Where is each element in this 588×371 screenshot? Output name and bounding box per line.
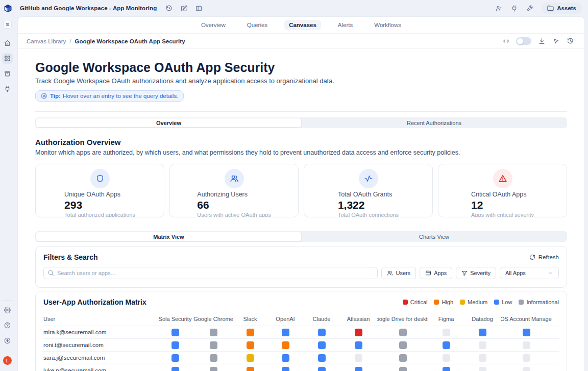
tools-wrench-icon[interactable]: [524, 3, 534, 13]
sidebar-item-home[interactable]: [2, 38, 13, 48]
sidebar-item-help[interactable]: [2, 320, 13, 331]
authorization-chip-low[interactable]: [443, 367, 450, 371]
authorization-chip-low[interactable]: [479, 329, 486, 336]
authorization-chip-low[interactable]: [172, 354, 179, 362]
authorization-chip-none[interactable]: [479, 367, 486, 371]
matrix-col-app[interactable]: Sola Security: [157, 316, 193, 322]
panel-layout-icon[interactable]: [193, 3, 204, 13]
sidebar-item-integrations[interactable]: [2, 84, 13, 94]
authorization-chip-info[interactable]: [399, 341, 407, 349]
tab-alerts[interactable]: Alerts: [333, 20, 357, 30]
workspace-badge[interactable]: S: [3, 20, 12, 29]
authorization-chip-none[interactable]: [443, 329, 450, 336]
tip-text: Hover over an entry to see the query det…: [63, 93, 178, 99]
authorization-chip-high[interactable]: [247, 329, 254, 336]
tab-queries[interactable]: Queries: [242, 20, 272, 30]
matrix-col-app[interactable]: Atlassian: [339, 316, 377, 322]
tab-workflows[interactable]: Workflows: [370, 20, 406, 30]
authorization-chip-critical[interactable]: [355, 329, 362, 336]
authorization-chip-low[interactable]: [443, 341, 450, 349]
version-history-icon[interactable]: [566, 37, 574, 45]
matrix-user-email[interactable]: roni.t@securemail.com: [43, 342, 157, 348]
tab-canvases[interactable]: Canvases: [284, 20, 321, 30]
authorization-chip-none[interactable]: [479, 354, 486, 362]
search-input[interactable]: [43, 267, 378, 279]
authorization-chip-none[interactable]: [443, 354, 450, 362]
toggle-matrix-view[interactable]: Matrix View: [36, 232, 302, 241]
authorization-chip-info[interactable]: [210, 367, 217, 371]
toggle-recent-authorizations[interactable]: Recent Authorizations: [302, 118, 567, 128]
matrix-col-app[interactable]: Google Drive for desktop: [377, 316, 428, 322]
assets-button[interactable]: Assets: [542, 3, 582, 14]
matrix-col-user[interactable]: User: [43, 316, 157, 322]
authorization-chip-low[interactable]: [172, 341, 179, 349]
authorization-chip-none[interactable]: [523, 354, 530, 362]
authorization-chip-low[interactable]: [355, 367, 362, 371]
matrix-cell: [339, 341, 377, 349]
authorization-chip-medium[interactable]: [247, 354, 254, 362]
matrix-col-app[interactable]: And: [552, 316, 559, 322]
authorization-chip-info[interactable]: [399, 329, 407, 336]
history-icon[interactable]: [164, 3, 174, 13]
authorization-chip-low[interactable]: [172, 329, 179, 336]
app-select[interactable]: All Apps: [500, 267, 559, 279]
user-avatar[interactable]: L: [3, 356, 12, 365]
toggle-charts-view[interactable]: Charts View: [302, 232, 567, 241]
grid-icon: [4, 55, 11, 62]
authorization-chip-low[interactable]: [318, 354, 326, 362]
authorization-chip-low[interactable]: [172, 367, 179, 371]
authorization-chip-none[interactable]: [523, 367, 530, 371]
matrix-user-email[interactable]: luke.p@securemail.com: [43, 367, 157, 371]
matrix-col-app[interactable]: iOS Account Manager: [501, 316, 552, 322]
matrix-col-app[interactable]: Slack: [233, 316, 267, 322]
authorization-chip-low[interactable]: [355, 341, 362, 349]
refresh-icon: [529, 254, 535, 260]
authorization-chip-low[interactable]: [282, 329, 289, 336]
code-view-icon[interactable]: [502, 37, 510, 45]
authorization-chip-none[interactable]: [355, 354, 362, 362]
sidebar-item-canvases[interactable]: [2, 53, 13, 64]
authorization-chip-low[interactable]: [282, 354, 289, 362]
authorization-chip-none[interactable]: [479, 341, 486, 349]
matrix-user-email[interactable]: mira.k@securemail.com: [43, 329, 157, 335]
authorization-chip-low[interactable]: [282, 367, 289, 371]
download-icon[interactable]: [537, 37, 546, 45]
sidebar-item-upload[interactable]: [2, 335, 13, 346]
invite-user-icon[interactable]: [494, 3, 504, 13]
authorization-chip-high[interactable]: [247, 341, 254, 349]
app-logo-icon[interactable]: [4, 4, 12, 13]
authorization-chip-none[interactable]: [523, 341, 530, 349]
authorization-chip-low[interactable]: [318, 341, 326, 349]
home-icon: [4, 40, 11, 46]
authorization-chip-info[interactable]: [210, 354, 217, 362]
authorization-chip-high[interactable]: [247, 367, 254, 371]
cursor-pointer-icon[interactable]: [552, 37, 560, 45]
severity-filter-button[interactable]: Severity: [456, 267, 496, 279]
matrix-user-email[interactable]: sara.j@securemail.com: [43, 355, 157, 361]
edit-icon[interactable]: [179, 3, 189, 13]
authorization-chip-low[interactable]: [523, 329, 530, 336]
matrix-col-app[interactable]: OpenAI: [267, 316, 304, 322]
authorization-chip-info[interactable]: [210, 329, 217, 336]
integrations-plug-icon[interactable]: [509, 3, 519, 13]
authorization-chip-info[interactable]: [210, 341, 217, 349]
authorization-chip-low[interactable]: [318, 367, 326, 371]
authorization-chip-low[interactable]: [318, 329, 326, 336]
refresh-button[interactable]: Refresh: [529, 254, 559, 260]
users-filter-button[interactable]: Users: [381, 267, 416, 279]
matrix-col-app[interactable]: Google Chrome: [193, 316, 233, 322]
apps-filter-button[interactable]: Apps: [420, 267, 452, 279]
authorization-chip-info[interactable]: [399, 367, 407, 371]
tab-overview[interactable]: Overview: [197, 20, 230, 30]
matrix-col-app[interactable]: Figma: [428, 316, 464, 322]
toggle-overview[interactable]: Overview: [36, 118, 302, 128]
matrix-row: sara.j@securemail.com: [43, 351, 559, 364]
breadcrumb-parent[interactable]: Canvas Library: [27, 38, 66, 44]
matrix-col-app[interactable]: Datadog: [464, 316, 501, 322]
matrix-col-app[interactable]: Claude: [304, 316, 339, 322]
authorization-chip-high[interactable]: [282, 341, 289, 349]
sidebar-item-archive[interactable]: [2, 68, 13, 79]
canvas-mode-toggle[interactable]: [516, 37, 531, 45]
sidebar-item-settings[interactable]: [2, 305, 13, 315]
authorization-chip-info[interactable]: [399, 354, 407, 362]
